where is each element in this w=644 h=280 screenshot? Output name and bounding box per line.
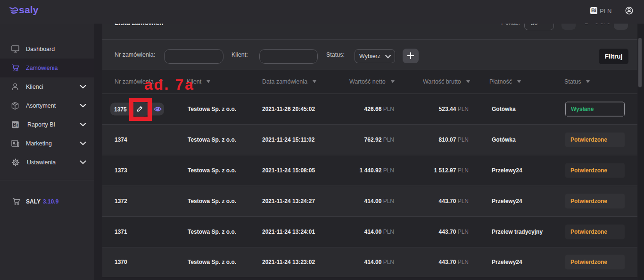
svg-text:Bi: Bi xyxy=(13,122,18,127)
